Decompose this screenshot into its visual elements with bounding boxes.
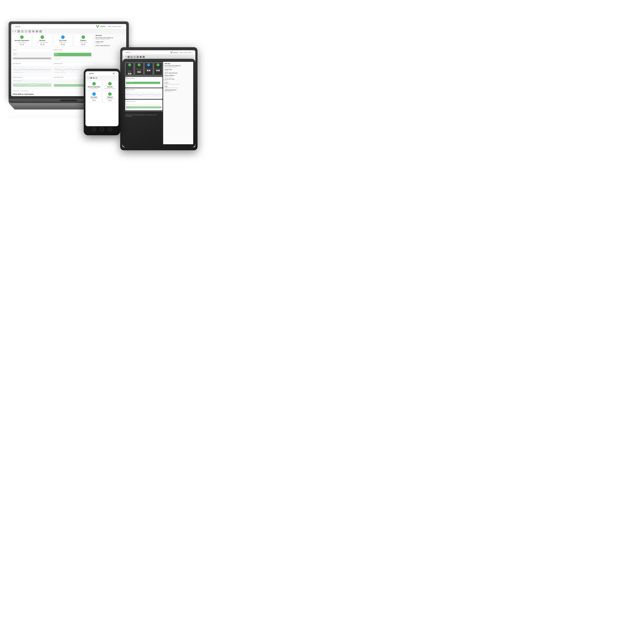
tablet-status-ups: ✓ Normal UPS Output Source <box>135 62 143 75</box>
tablet-battery-chart-title: Battery % Charge <box>126 78 162 79</box>
svg-text:System: System <box>13 53 16 54</box>
check-icon-temp: ✓ <box>82 35 85 39</box>
svg-marker-0 <box>96 25 99 28</box>
phone-toolbar: + Tr <box>85 76 118 80</box>
tablet-screen: ← GXT5 VERTIV | MSP Control Center ⋮ <box>122 50 195 147</box>
phone-battery-value: 511.5min <box>87 96 101 98</box>
menu-dots[interactable]: ⋮ <box>122 25 125 28</box>
phone-header: ← GXT5 ⋮ <box>85 71 118 76</box>
phone-tag-icon[interactable] <box>93 77 95 79</box>
info-firmware: MCUV190 DSPV190KT10 Device Firmware Vers… <box>96 37 125 40</box>
tablet-back-btn[interactable]: ← GXT5 <box>124 52 130 53</box>
chart-input-title: Input Volts (Dev) <box>13 63 51 64</box>
tablet-battery-chart-svg: Battery Percentage Charge 0% 20% 40% 60%… <box>126 79 162 87</box>
phone-title: GXT5 <box>89 73 94 74</box>
phone-add-icon[interactable]: + <box>87 77 88 79</box>
tablet-location: Under Desk Location <box>164 69 192 71</box>
phone-nav-recent[interactable]: □ <box>108 128 112 131</box>
firmware-value: MCUV190 DSPV190KT10 <box>96 37 125 39</box>
phone-device: ← GXT5 ⋮ + Tr <box>84 69 120 135</box>
tablet-tag-icon[interactable] <box>131 56 133 58</box>
tablet-location-value: Under Desk <box>164 69 192 70</box>
toolbar-tag-icon[interactable] <box>21 30 24 33</box>
toolbar-text-icon[interactable]: Tr <box>15 30 16 32</box>
svg-text:Power: Power <box>13 55 16 55</box>
scene: ← GXT5 VERTIV | MSP Control Center ⋮ <box>0 0 215 215</box>
chart-battery-charge: Battery % Charge Battery Percentage <box>53 48 93 61</box>
tablet-status-system: ✓ Normal Operation System Status <box>125 62 134 75</box>
tablet-settings-icon[interactable] <box>140 56 142 58</box>
phone-menu-dots[interactable]: ⋮ <box>115 73 117 75</box>
laptop-status-row: ✓ Normal Operation System Status ✓ Norma… <box>11 33 94 47</box>
chart-inlet-title: Inlet Air Temp (Dev) <box>13 77 51 78</box>
chart-input-volts: Input Volts (Dev) 12:00 3:00 PM 6:00 9:0… <box>12 62 52 75</box>
msp-label: MSP Control Center <box>108 26 121 27</box>
phone-battery-label: Battery Time <box>87 98 101 99</box>
tablet-nc-firmware-value: 14.0.0 <box>164 82 192 84</box>
phone-check-ups: ✓ <box>108 82 112 85</box>
tablet-nc-serial: 0183 Network Card Serial Number <box>164 86 192 88</box>
toolbar-settings-icon[interactable] <box>36 30 38 33</box>
laptop-status-card-temp: ✓ 75deg F Inlet Air Temp <box>73 34 93 46</box>
firmware-label: Device Firmware Version <box>96 39 125 40</box>
tablet-battery-label: Battery Time <box>145 68 152 70</box>
chart-inlet-svg: Inlet Air Temperature (Deg F) 12:00 3:00… <box>13 78 51 88</box>
info-panel-title: UPS Info <box>96 35 125 36</box>
tablet-nc-serial-label: Network Card Serial Number <box>164 87 192 88</box>
laptop-notes-area[interactable]: Click Edit to Add Notes Add notes, site … <box>11 92 94 96</box>
phone-system-value: Normal Operation <box>87 86 101 88</box>
laptop-status-card-system: ✓ Normal Operation System Status <box>12 34 32 46</box>
tablet-battery-chart: Battery % Charge Battery Percentage Char… <box>125 77 163 88</box>
laptop-back-btn[interactable]: ← GXT5 <box>13 26 20 28</box>
phone-status-battery: i 511.5min Battery Time <box>86 91 102 102</box>
tablet-upload-icon[interactable] <box>137 56 139 58</box>
svg-rect-16 <box>54 53 91 56</box>
battery-value: 511.1min <box>54 39 72 42</box>
tablet-name-label: Name <box>164 80 192 81</box>
toolbar-share-icon[interactable] <box>25 30 27 33</box>
phone-temp-value: 75deg F <box>103 96 117 98</box>
tablet-output-power-chart: Output Power (Dev) 12:00 3:00 PM 6:00 9:… <box>125 100 163 110</box>
laptop-toolbar: + Tr <box>11 29 126 33</box>
tablet-divider: | <box>179 52 179 53</box>
toolbar-clock-icon[interactable] <box>32 30 35 33</box>
svg-text:12:00   3:00 PM   6:00   9:00 : 12:00 3:00 PM 6:00 9:00 12:00 3:00 9:00 … <box>54 86 65 87</box>
toolbar-upload-icon[interactable] <box>28 30 31 33</box>
phone-status-grid: ✓ Normal Operation System Status ✓ Norma… <box>85 80 118 103</box>
tablet-text-icon[interactable]: Tr <box>125 56 127 58</box>
tablet-ups-value: Normal <box>135 67 143 68</box>
tablet-share-icon[interactable] <box>134 56 136 58</box>
tablet-menu-dots[interactable]: ⋮ <box>192 51 194 54</box>
phone-share-icon[interactable] <box>96 77 97 79</box>
phone-nav-back[interactable]: ◁ <box>92 128 96 131</box>
phone-back-btn[interactable]: ← <box>87 73 88 74</box>
tablet-edit-icon[interactable] <box>128 56 130 58</box>
tablet-info-battery: i <box>147 63 150 66</box>
chart-battery-title: Battery % Charge <box>54 49 92 50</box>
toolbar-edit-icon[interactable] <box>17 30 20 33</box>
tablet-equip-type: RDUhx Platform Equipment Type <box>164 75 192 77</box>
tablet-notes[interactable]: Click Edit to Add Notes Add notes, site … <box>125 111 163 118</box>
battery-label: Battery Time <box>54 42 72 43</box>
phone-status-ups: ✓ Normal UPS Output Source <box>102 81 118 90</box>
tablet-charts: Battery % Charge Battery Percentage Char… <box>125 76 163 111</box>
toolbar-add-icon[interactable]: + <box>12 30 14 32</box>
phone-vertiv-logo-icon <box>113 73 115 74</box>
phone-info-battery: i <box>92 92 96 96</box>
tablet-grid-icon[interactable] <box>143 56 145 58</box>
phone-text-icon[interactable]: Tr <box>88 77 90 79</box>
tablet-output-chart-title: Output Volts (Dev) <box>126 89 162 90</box>
tablet-add-icon[interactable]: + <box>123 56 125 58</box>
tablet-equip-label: Equipment Type <box>164 76 192 77</box>
phone-nav-home[interactable]: ○ <box>100 128 104 131</box>
toolbar-grid-icon[interactable] <box>39 30 42 33</box>
tablet-body: ← GXT5 VERTIV | MSP Control Center ⋮ <box>120 47 197 150</box>
vertiv-text: VERTIV <box>100 26 106 27</box>
info-model: GXT5-750LVRT2UXL <box>96 45 125 46</box>
svg-text:Percentage: Percentage <box>54 54 58 55</box>
tablet-left-content: ✓ Normal Operation System Status ✓ Norma… <box>125 62 163 144</box>
svg-text:12:00   3:00 PM   6:00   9:00 : 12:00 3:00 PM 6:00 9:00 12:00 3:00 9:00 … <box>13 72 24 73</box>
svg-text:0%   20%   40%   60%   80%   1: 0% 20% 40% 60% 80% 100% <box>13 59 21 59</box>
system-status-label: System Status <box>13 42 31 43</box>
phone-edit-icon[interactable] <box>90 77 92 79</box>
